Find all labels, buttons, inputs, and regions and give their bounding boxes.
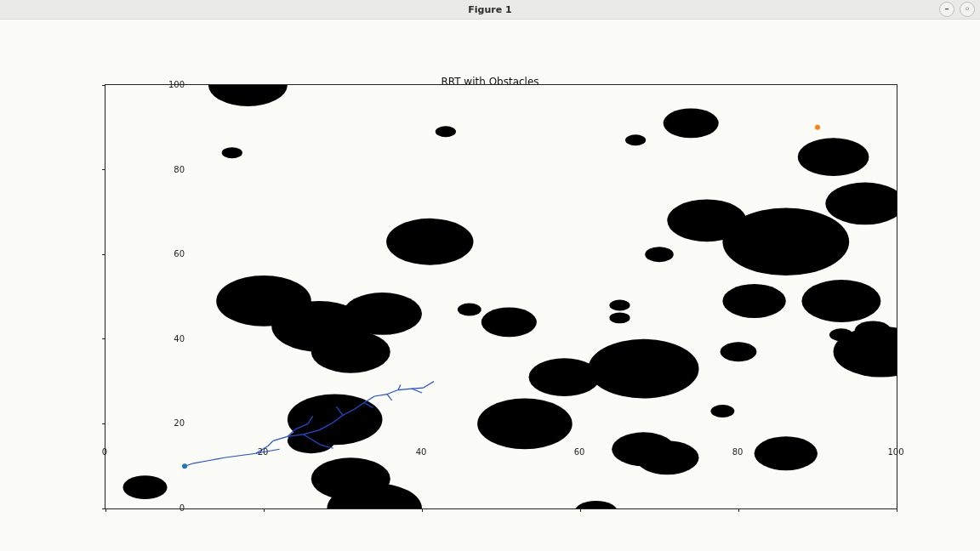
obstacle-circle (458, 303, 481, 315)
plot-axes (105, 84, 897, 509)
x-tick-label: 100 (879, 447, 913, 457)
obstacle-circle (798, 138, 869, 176)
obstacle-circle (311, 457, 390, 500)
window-titlebar: Figure 1 – ◦ (0, 0, 980, 20)
tree-edge (268, 440, 274, 446)
obstacle-circle (436, 126, 456, 137)
tree-edge (412, 389, 422, 393)
y-tick-label: 80 (151, 164, 185, 173)
x-tick-label: 0 (88, 447, 122, 457)
obstacle-circle (625, 134, 646, 145)
tree-edge (424, 382, 434, 388)
obstacle-circle (645, 247, 673, 262)
y-tick-label: 60 (151, 249, 185, 258)
obstacle-circle (664, 108, 719, 138)
obstacle-circle (801, 280, 880, 322)
tree-edge (412, 388, 424, 389)
obstacle-layer (122, 85, 897, 508)
start-marker (182, 463, 187, 469)
y-tick-label: 100 (151, 80, 185, 89)
obstacle-circle (574, 501, 618, 508)
tree-edge (273, 436, 288, 440)
obstacle-circle (343, 293, 422, 335)
obstacle-circle (825, 183, 897, 225)
minimize-button[interactable]: – (939, 2, 954, 17)
x-tick-label: 80 (721, 447, 755, 457)
y-tick-label: 20 (151, 418, 185, 428)
obstacle-circle (122, 475, 167, 499)
tree-edge (398, 385, 401, 390)
tree-edge (398, 389, 412, 389)
x-tick-label: 40 (404, 447, 438, 457)
y-tick-label: 0 (151, 503, 185, 513)
x-tick-label: 20 (246, 447, 280, 457)
x-tick-label: 60 (562, 447, 596, 457)
obstacle-circle (529, 358, 601, 396)
tree-edge (208, 457, 225, 460)
tree-edge (192, 461, 208, 463)
obstacle-circle (216, 276, 311, 327)
goal-marker (815, 125, 820, 130)
obstacle-circle (222, 147, 242, 158)
plot-svg (105, 85, 897, 508)
window-title: Figure 1 (468, 4, 511, 15)
figure-canvas: RRT with Obstacles 020406080100 02040608… (0, 20, 980, 551)
obstacle-circle (721, 342, 757, 361)
obstacle-circle (481, 307, 537, 337)
obstacle-circle (588, 339, 698, 399)
obstacle-circle (710, 405, 734, 418)
obstacle-circle (208, 85, 288, 106)
obstacle-circle (722, 207, 849, 276)
obstacle-circle (829, 328, 853, 341)
obstacle-circle (609, 299, 630, 310)
tree-edge (387, 395, 392, 400)
tree-edge (387, 390, 398, 395)
window-controls: – ◦ (939, 2, 975, 17)
obstacle-circle (386, 219, 473, 265)
maximize-button[interactable]: ◦ (960, 2, 975, 17)
y-tick-label: 40 (151, 333, 185, 343)
obstacle-circle (311, 331, 390, 373)
obstacle-circle (477, 399, 573, 450)
obstacle-circle (722, 284, 785, 318)
tree-edge (225, 456, 241, 457)
obstacle-circle (855, 321, 892, 340)
tree-edge (364, 396, 374, 402)
obstacle-circle (755, 436, 818, 470)
tree-edge (374, 395, 387, 396)
obstacle-circle (612, 432, 675, 466)
obstacle-circle (609, 312, 630, 323)
